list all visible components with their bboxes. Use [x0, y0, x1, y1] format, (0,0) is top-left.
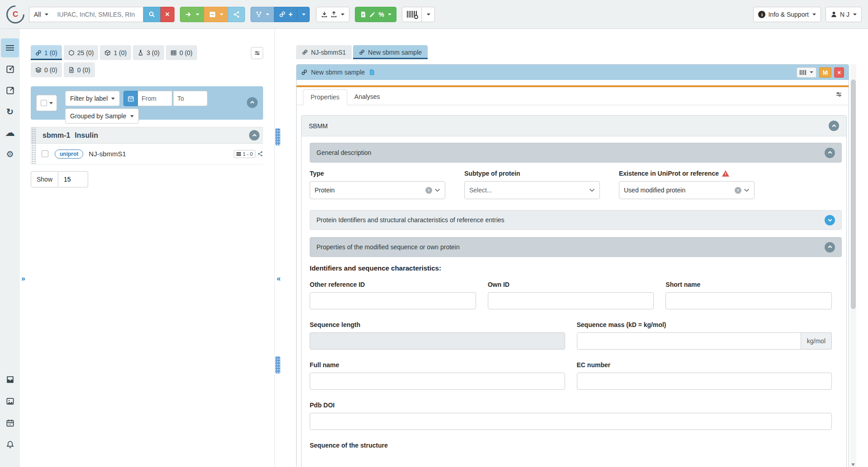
tab-settings-button[interactable] [835, 91, 842, 98]
sample-group-header[interactable]: sbmm-1 Insulin [31, 127, 263, 144]
page-size-input[interactable] [58, 171, 88, 187]
search-icon [148, 11, 156, 18]
remove-from-collection-button[interactable] [204, 7, 228, 22]
other-reference-id-input[interactable] [310, 292, 476, 309]
sidebar-item-cloud[interactable]: ☁ [1, 123, 19, 142]
pdb-doi-label: Pdb DOI [310, 402, 832, 409]
section-expand-button[interactable] [825, 215, 835, 225]
sequence-mass-input[interactable] [577, 332, 801, 350]
sidebar-item-collections[interactable] [1, 38, 19, 57]
date-to-input[interactable] [173, 91, 208, 106]
clear-search-button[interactable]: × [160, 7, 175, 22]
own-id-input[interactable] [488, 292, 654, 309]
add-connection-button[interactable]: + [274, 7, 297, 22]
close-detail-button[interactable]: × [834, 67, 844, 78]
section-modified-properties[interactable]: Properties of the modified sequence or o… [310, 237, 842, 257]
section-collapse-button[interactable] [825, 148, 835, 158]
filter-collapse-button[interactable] [247, 97, 258, 108]
filter-by-label-text: Filter by label [70, 95, 108, 102]
sidebar-item-gallery[interactable] [1, 390, 19, 412]
sbmm-collapse-button[interactable] [829, 121, 839, 131]
analyses-counter-dropdown[interactable]: 1 - 0 [234, 150, 255, 158]
element-tab-document[interactable]: 0 (0) [64, 62, 95, 77]
splitter-grip-bottom[interactable] [275, 356, 280, 374]
clear-icon[interactable]: × [425, 187, 432, 194]
tab-nj-sbmms1[interactable]: NJ-sbmmS1 [296, 45, 352, 59]
subtype-select[interactable]: Select... [464, 181, 600, 199]
page-copy-icon [368, 69, 375, 76]
scrollbar-thumb[interactable] [851, 79, 856, 309]
list-icon [6, 45, 14, 46]
group-name: Insulin [75, 131, 98, 140]
element-tab-research-plan[interactable]: 0 (0) [31, 62, 62, 77]
import-export-dropdown-button[interactable] [316, 7, 349, 22]
date-filter-button[interactable] [123, 91, 138, 106]
element-tab-reaction[interactable]: 1 (0) [100, 45, 131, 60]
user-menu-dropdown[interactable]: N J [826, 7, 862, 22]
drag-handle[interactable] [31, 144, 36, 164]
sidebar-item-inbox[interactable] [1, 369, 19, 390]
info-support-dropdown[interactable]: i Info & Support [753, 7, 821, 22]
scrollbar-down-arrow[interactable] [851, 463, 855, 466]
tab-layout-settings-button[interactable] [251, 47, 263, 59]
full-name-label: Full name [310, 361, 565, 369]
split-gutter[interactable] [274, 29, 281, 467]
filter-by-label-dropdown[interactable]: Filter by label [65, 91, 120, 106]
sample-checkbox[interactable] [42, 150, 48, 157]
add-connection-dropdown-toggle[interactable] [297, 7, 310, 22]
splitter-grip-top[interactable] [275, 128, 280, 145]
branch-dropdown-button[interactable] [250, 7, 274, 22]
app-logo[interactable]: C [3, 1, 28, 27]
drag-handle[interactable] [31, 127, 36, 143]
section-protein-identifiers[interactable]: Protein Identifiers and structural chara… [310, 210, 842, 230]
select-all-split-button[interactable] [36, 95, 57, 111]
share-icon[interactable] [257, 151, 263, 157]
report-dropdown-button[interactable]: % [355, 7, 396, 22]
sidebar-item-external-link[interactable] [1, 81, 19, 100]
sidebar-item-edit-collections[interactable] [1, 60, 19, 79]
barcode-dropdown-toggle[interactable] [421, 7, 435, 22]
group-by-dropdown[interactable]: Grouped by Sample [65, 108, 139, 124]
vertical-scrollbar[interactable] [850, 64, 856, 467]
date-from-input[interactable] [138, 91, 172, 106]
element-tab-screen[interactable]: 0 (0) [166, 45, 197, 60]
sidebar-item-calendar[interactable] [1, 412, 19, 434]
sidebar-item-settings[interactable]: ⚙ [1, 145, 19, 163]
detail-barcode-dropdown[interactable] [797, 67, 816, 78]
section-general-description[interactable]: General description [310, 143, 842, 163]
sbmm-panel-header[interactable]: SBMM [302, 116, 846, 136]
group-collapse-button[interactable] [249, 130, 259, 140]
select-all-checkbox[interactable] [41, 100, 47, 106]
sample-list-item[interactable]: uniprot NJ-sbmmS1 1 - 0 [31, 144, 263, 164]
section-collapse-button[interactable] [825, 242, 835, 252]
short-name-input[interactable] [665, 292, 832, 309]
sidebar-item-sync[interactable]: ↻ [1, 102, 19, 121]
sample-name[interactable]: NJ-sbmmS1 [89, 150, 126, 158]
sidebar-item-notifications[interactable] [1, 434, 19, 455]
barcode-scan-button[interactable] [402, 7, 422, 22]
existence-select[interactable]: Used modified protein × [619, 181, 755, 199]
full-name-input[interactable] [310, 373, 565, 390]
search-button[interactable] [143, 7, 160, 22]
field-sequence-structure: Sequence of the structure [310, 442, 842, 449]
move-to-collection-button[interactable] [180, 7, 204, 22]
tab-analyses[interactable]: Analyses [347, 89, 387, 105]
clear-icon[interactable]: × [735, 187, 741, 194]
type-select[interactable]: Protein × [310, 181, 445, 199]
search-input[interactable] [53, 7, 143, 22]
search-scope-dropdown[interactable]: All [29, 7, 53, 22]
tab-new-sbmm-sample[interactable]: New sbmm sample [353, 45, 428, 59]
user-icon [830, 11, 837, 18]
sidebar-expand-chevron[interactable]: » [21, 275, 25, 283]
uniprot-badge[interactable]: uniprot [55, 149, 83, 159]
ec-number-input[interactable] [577, 373, 832, 390]
element-tab-sample[interactable]: 25 (0) [64, 45, 99, 60]
save-button[interactable] [819, 67, 831, 78]
share-button[interactable] [228, 7, 245, 22]
group-id: sbmm-1 [42, 131, 70, 140]
element-tab-wellplate[interactable]: 3 (0) [133, 45, 164, 60]
panel-collapse-chevron[interactable]: « [277, 275, 281, 283]
element-tab-sbmm[interactable]: 1 (0) [31, 45, 62, 60]
tab-properties[interactable]: Properties [303, 89, 347, 105]
pdb-doi-input[interactable] [310, 413, 832, 430]
